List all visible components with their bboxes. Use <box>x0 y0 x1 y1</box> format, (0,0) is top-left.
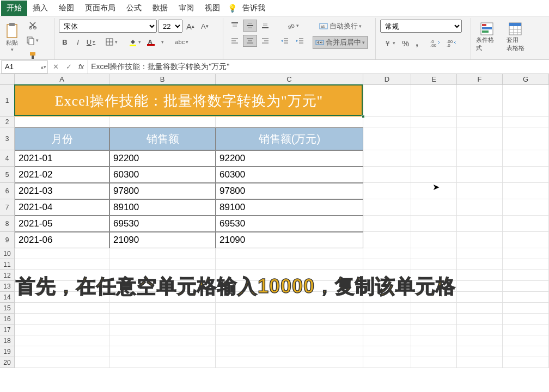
cell-F16[interactable] <box>457 314 503 324</box>
cell-A2[interactable] <box>15 117 109 127</box>
row-header-20[interactable]: 20 <box>0 357 15 368</box>
cell-B17[interactable] <box>109 324 216 335</box>
formula-input[interactable]: Excel操作技能：批量将数字转换为"万元" <box>87 60 549 74</box>
row-header-1[interactable]: 1 <box>0 85 15 117</box>
cell-G11[interactable] <box>503 259 549 270</box>
table-cell-r4-c1[interactable]: 69530 <box>109 216 216 232</box>
table-cell-r2-c1[interactable]: 97800 <box>109 183 216 199</box>
borders-button[interactable] <box>102 36 120 48</box>
paste-button[interactable]: 粘贴 ▾ <box>2 18 22 56</box>
cell-A11[interactable] <box>15 259 109 270</box>
comma-button[interactable]: , <box>413 36 421 50</box>
cell-A16[interactable] <box>15 314 109 324</box>
table-cell-r4-c0[interactable]: 2021-05 <box>15 216 109 232</box>
cell-F5[interactable] <box>457 167 503 183</box>
cell-E1[interactable] <box>411 85 457 117</box>
cell-C2[interactable] <box>216 117 363 127</box>
cell-A10[interactable] <box>15 248 109 259</box>
tab-insert[interactable]: 插入 <box>27 1 53 16</box>
table-cell-r1-c0[interactable]: 2021-02 <box>15 167 109 183</box>
cell-D1[interactable] <box>363 85 411 117</box>
cell-C18[interactable] <box>216 335 363 346</box>
cell-D3[interactable] <box>363 127 411 150</box>
font-family-select[interactable]: 宋体 <box>59 20 157 33</box>
row-header-2[interactable]: 2 <box>0 117 15 127</box>
name-box[interactable]: A1 ▴▾ <box>1 60 48 74</box>
cell-F8[interactable] <box>457 216 503 232</box>
cell-G7[interactable] <box>503 199 549 216</box>
cell-F2[interactable] <box>457 117 503 127</box>
table-cell-r5-c1[interactable]: 21090 <box>109 232 216 248</box>
row-header-3[interactable]: 3 <box>0 127 15 150</box>
table-cell-r2-c0[interactable]: 2021-03 <box>15 183 109 199</box>
cell-E4[interactable] <box>411 150 457 167</box>
cell-F14[interactable] <box>457 292 503 303</box>
table-cell-r2-c2[interactable]: 97800 <box>216 183 363 199</box>
cell-E17[interactable] <box>411 324 457 335</box>
cell-A19[interactable] <box>15 346 109 357</box>
title-merged-cell[interactable]: Excel操作技能：批量将数字转换为"万元" <box>15 85 363 117</box>
cell-E8[interactable] <box>411 216 457 232</box>
cell-G9[interactable] <box>503 232 549 248</box>
cell-F3[interactable] <box>457 127 503 150</box>
confirm-formula-button[interactable]: ✓ <box>62 63 75 71</box>
table-cell-r3-c1[interactable]: 89100 <box>109 199 216 216</box>
decrease-indent-button[interactable] <box>278 35 292 47</box>
cell-E19[interactable] <box>411 346 457 357</box>
align-left-button[interactable] <box>228 35 242 47</box>
row-header-10[interactable]: 10 <box>0 248 15 259</box>
table-header-0[interactable]: 月份 <box>15 127 109 150</box>
cell-B20[interactable] <box>109 357 216 368</box>
cell-E9[interactable] <box>411 232 457 248</box>
currency-button[interactable]: ￥ <box>380 37 398 49</box>
table-cell-r5-c0[interactable]: 2021-06 <box>15 232 109 248</box>
col-header-F[interactable]: F <box>457 74 503 85</box>
align-center-button[interactable] <box>243 35 257 47</box>
select-all-corner[interactable] <box>0 74 15 85</box>
row-header-5[interactable]: 5 <box>0 167 15 183</box>
cell-G2[interactable] <box>503 117 549 127</box>
col-header-E[interactable]: E <box>411 74 457 85</box>
table-header-2[interactable]: 销售额(万元) <box>216 127 363 150</box>
cell-F11[interactable] <box>457 259 503 270</box>
tab-home[interactable]: 开始 <box>1 1 27 16</box>
cell-G18[interactable] <box>503 335 549 346</box>
conditional-format-button[interactable]: 条件格式 <box>473 18 501 56</box>
tab-pagelayout[interactable]: 页面布局 <box>80 1 121 16</box>
name-box-dropdown-icon[interactable]: ▴▾ <box>41 64 46 70</box>
phonetic-button[interactable]: abc <box>172 37 191 47</box>
cell-B16[interactable] <box>109 314 216 324</box>
row-header-16[interactable]: 16 <box>0 314 15 324</box>
italic-button[interactable]: I <box>72 36 84 48</box>
cell-A20[interactable] <box>15 357 109 368</box>
cell-G15[interactable] <box>503 303 549 314</box>
cell-G10[interactable] <box>503 248 549 259</box>
percent-button[interactable]: % <box>399 37 412 50</box>
cell-C15[interactable] <box>216 303 363 314</box>
cell-A15[interactable] <box>15 303 109 314</box>
cell-D2[interactable] <box>363 117 411 127</box>
cell-A17[interactable] <box>15 324 109 335</box>
row-header-4[interactable]: 4 <box>0 150 15 167</box>
cell-D5[interactable] <box>363 167 411 183</box>
cell-F9[interactable] <box>457 232 503 248</box>
cell-G16[interactable] <box>503 314 549 324</box>
cell-F13[interactable] <box>457 281 503 292</box>
align-bottom-button[interactable] <box>258 20 272 32</box>
cell-D19[interactable] <box>363 346 411 357</box>
cell-F4[interactable] <box>457 150 503 167</box>
cell-F10[interactable] <box>457 248 503 259</box>
cell-B19[interactable] <box>109 346 216 357</box>
fill-color-button[interactable] <box>126 36 144 48</box>
table-style-button[interactable]: 套用 表格格 <box>502 18 529 56</box>
grid-body[interactable]: Excel操作技能：批量将数字转换为"万元"月份销售额销售额(万元)2021-0… <box>15 85 549 368</box>
align-top-button[interactable] <box>228 20 242 32</box>
row-header-12[interactable]: 12 <box>0 270 15 281</box>
table-cell-r1-c2[interactable]: 60300 <box>216 167 363 183</box>
cell-D20[interactable] <box>363 357 411 368</box>
cell-F17[interactable] <box>457 324 503 335</box>
col-header-B[interactable]: B <box>109 74 216 85</box>
cell-D8[interactable] <box>363 216 411 232</box>
cell-B15[interactable] <box>109 303 216 314</box>
row-header-15[interactable]: 15 <box>0 303 15 314</box>
